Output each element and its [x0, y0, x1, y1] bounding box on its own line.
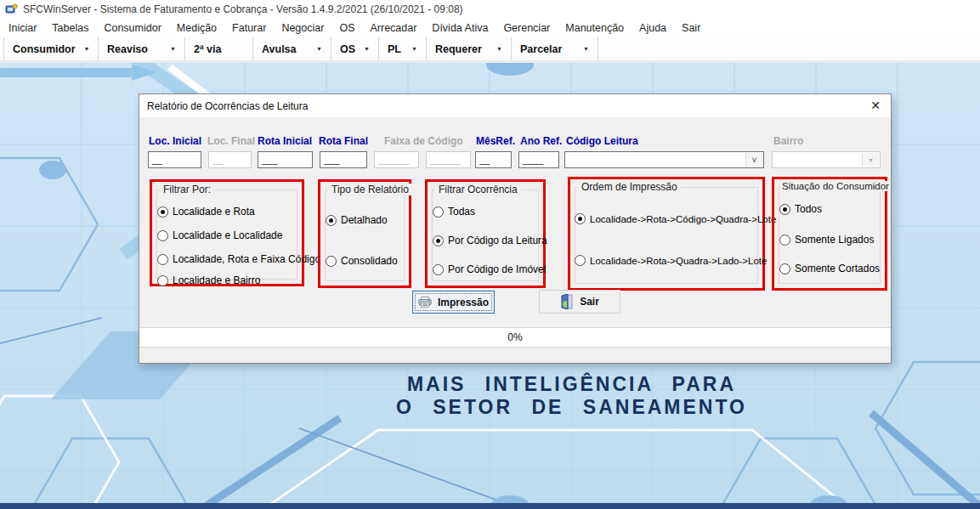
rota-final-input[interactable]: ___	[320, 151, 367, 168]
radio-por-codigo-leitura[interactable]: Por Código da Leitura	[433, 235, 547, 246]
radio-icon	[157, 254, 168, 265]
chevron-down-icon: ▼	[411, 46, 417, 52]
mes-ref-label: MêsRef.	[476, 135, 515, 148]
radio-ordem-codigo-quadra-lote[interactable]: Localidade->Rota->Código->Quadra->Lote	[575, 213, 776, 224]
desktop-background: MAIS INTELIGÊNCIA PARA O SETOR DE SANEAM…	[0, 63, 980, 509]
codigo-leitura-select[interactable]: ˅	[564, 151, 764, 168]
radio-somente-cortados[interactable]: Somente Cortados	[779, 263, 880, 274]
radio-somente-ligados[interactable]: Somente Ligados	[779, 234, 874, 246]
menu-item-faturar[interactable]: Faturar	[224, 22, 274, 34]
filtrar-ocorrencia-group: Filtrar Ocorrência Todas Por Código da L…	[425, 179, 546, 288]
menu-item-divida-ativa[interactable]: Dívida Ativa	[424, 22, 496, 34]
ano-ref-input[interactable]: ____	[518, 151, 559, 168]
radio-todas[interactable]: Todas	[433, 206, 475, 218]
radio-localidade-e-rota[interactable]: Localidade e Rota	[157, 206, 255, 218]
radio-icon	[157, 230, 168, 241]
sair-button[interactable]: Sair	[539, 290, 620, 314]
radio-selected-icon	[779, 204, 790, 215]
toolbar-2a-via-button[interactable]: 2ª via	[185, 37, 253, 60]
radio-icon	[433, 206, 444, 218]
menu-item-manutencao[interactable]: Manutenção	[558, 22, 632, 34]
toolbar-pl-button[interactable]: PL ▼	[379, 37, 427, 60]
radio-icon	[433, 264, 444, 275]
menu-item-ajuda[interactable]: Ajuda	[632, 22, 674, 34]
exit-door-icon	[560, 294, 574, 309]
toolbar-consumidor-button[interactable]: Consumidor ▼	[3, 37, 99, 60]
loc-inicial-input[interactable]: __	[148, 151, 201, 168]
faixa-codigo-label: Faixa de Código	[384, 135, 463, 148]
radio-detalhado[interactable]: Detalhado	[326, 214, 388, 226]
menu-item-medicao[interactable]: Medição	[169, 22, 224, 34]
group-title: Ordem de Impressão	[578, 181, 681, 193]
radio-selected-icon	[157, 206, 168, 218]
radio-todos[interactable]: Todos	[779, 203, 822, 215]
chevron-down-icon: ▼	[170, 46, 176, 52]
rota-final-label: Rota Final	[319, 135, 368, 148]
chevron-down-icon: ▼	[316, 46, 322, 52]
menu-item-iniciar[interactable]: Iniciar	[1, 22, 44, 34]
radio-selected-icon	[575, 213, 586, 224]
radio-consolidado[interactable]: Consolidado	[326, 255, 398, 267]
rota-inicial-label: Rota Inicial	[258, 135, 312, 148]
app-icon	[5, 3, 18, 16]
menu-item-sair[interactable]: Sair	[674, 22, 708, 34]
menu-item-consumidor[interactable]: Consumidor	[96, 22, 168, 34]
relatorio-ocorrencias-dialog: Relatório de Ocorrências de Leitura ✕ Lo…	[139, 93, 892, 364]
filtrar-por-group: Filtrar Por: Localidade e Rota Localidad…	[150, 179, 304, 286]
group-title: Situação do Consumidor	[780, 181, 891, 191]
radio-localidade-rota-faixa[interactable]: Localidade, Rota e Faixa Código	[157, 253, 320, 265]
loc-final-input: __	[208, 151, 252, 168]
menu-bar: Iniciar Tabelas Consumidor Medição Fatur…	[0, 19, 980, 37]
radio-localidade-e-localidade[interactable]: Localidade e Localidade	[157, 229, 282, 241]
slogan-line-1: MAIS INTELIGÊNCIA PARA	[336, 373, 807, 396]
window-title: SFCWinServer - Sistema de Faturamento e …	[23, 3, 463, 15]
menu-item-arrecadar[interactable]: Arrecadar	[362, 22, 424, 34]
loc-inicial-label: Loc. Inicial	[149, 135, 201, 148]
impressao-button[interactable]: Impressão	[412, 291, 495, 314]
mes-ref-input[interactable]: __	[475, 151, 512, 168]
chevron-down-icon: ▼	[84, 46, 90, 52]
radio-icon	[779, 235, 790, 246]
ano-ref-label: Ano Ref.	[520, 135, 562, 148]
menu-item-os[interactable]: OS	[331, 22, 362, 34]
loc-final-label: Loc. Final	[207, 135, 255, 148]
bairro-select: ▼	[772, 151, 881, 168]
menu-item-gerenciar[interactable]: Gerenciar	[496, 22, 558, 34]
group-title: Filtrar Ocorrência	[435, 184, 521, 195]
chevron-down-icon: ▼	[583, 46, 589, 52]
title-bar: SFCWinServer - Sistema de Faturamento e …	[0, 0, 980, 19]
radio-localidade-e-bairro[interactable]: Localidade e Bairro	[157, 274, 260, 286]
radio-ordem-quadra-lado-lote[interactable]: Localidade->Rota->Quadra->Lado->Lote	[575, 255, 767, 266]
toolbar-parcelar-button[interactable]: Parcelar ▼	[512, 37, 598, 60]
menu-item-tabelas[interactable]: Tabelas	[44, 22, 96, 34]
toolbar-avulsa-button[interactable]: Avulsa ▼	[253, 37, 331, 60]
ordem-impressao-group: Ordem de Impressão Localidade->Rota->Cód…	[568, 177, 765, 291]
radio-por-codigo-imovel[interactable]: Por Código de Imóvel	[433, 263, 546, 275]
group-title: Tipo de Relatório	[328, 184, 412, 195]
progress-label: 0%	[507, 331, 522, 343]
chevron-down-icon: ▼	[364, 46, 370, 52]
printer-icon	[418, 295, 432, 309]
tipo-relatorio-group: Tipo de Relatório Detalhado Consolidado	[318, 179, 411, 288]
radio-icon	[326, 256, 337, 267]
toolbar-os-button[interactable]: OS ▼	[331, 37, 379, 60]
faixa-codigo-to-input: ______	[426, 151, 471, 168]
chevron-down-icon: ▼	[496, 46, 502, 52]
slogan-line-2: O SETOR DE SANEAMENTO	[336, 396, 807, 419]
combo-arrow-icon[interactable]: ˅	[745, 153, 762, 167]
toolbar: Consumidor ▼ Reaviso ▼ 2ª via Avulsa ▼ O…	[0, 37, 980, 63]
radio-icon	[157, 275, 168, 286]
bairro-label: Bairro	[773, 135, 803, 148]
dialog-title: Relatório de Ocorrências de Leitura	[147, 100, 308, 112]
menu-item-negociar[interactable]: Negociar	[274, 22, 331, 34]
faixa-codigo-from-input: ______	[374, 151, 419, 168]
toolbar-requerer-button[interactable]: Requerer ▼	[427, 37, 512, 60]
radio-selected-icon	[433, 235, 444, 246]
radio-icon	[575, 255, 586, 266]
group-title: Filtrar Por:	[160, 184, 214, 195]
close-icon[interactable]: ✕	[867, 98, 884, 113]
toolbar-reaviso-button[interactable]: Reaviso ▼	[99, 37, 185, 60]
radio-icon	[779, 263, 790, 274]
rota-inicial-input[interactable]: ___	[258, 151, 313, 168]
dialog-title-bar: Relatório de Ocorrências de Leitura	[139, 94, 891, 117]
